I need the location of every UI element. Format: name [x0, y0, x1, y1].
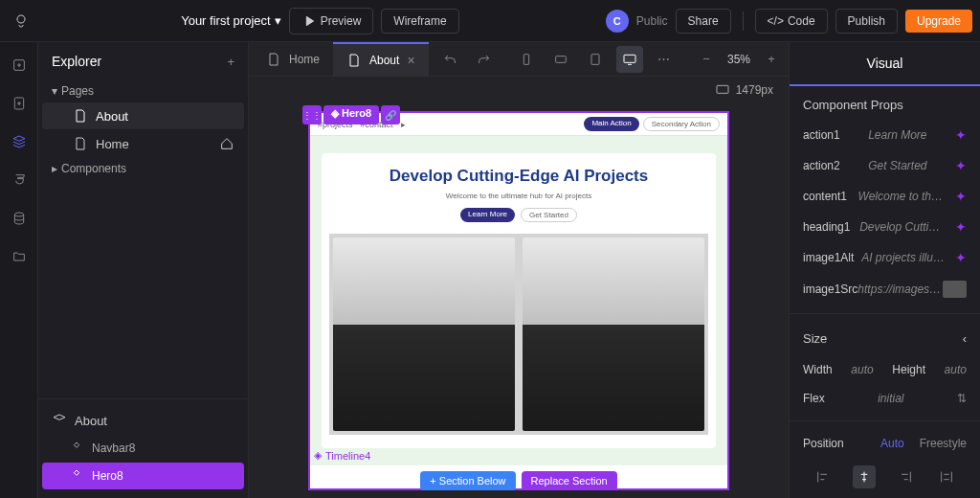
- position-tab-freestyle[interactable]: Freestyle: [920, 437, 967, 450]
- replace-section-button[interactable]: Replace Section: [522, 471, 617, 490]
- canvas-component[interactable]: ⋮⋮ ◈Hero8 🔗 #projects #contact ▸ Main Ac…: [308, 111, 729, 490]
- swap-icon[interactable]: ⇅: [957, 392, 967, 405]
- mobile-icon[interactable]: [513, 46, 540, 73]
- share-button[interactable]: Share: [676, 9, 731, 34]
- size-section-header[interactable]: Size‹: [790, 322, 980, 355]
- props-panel-title: Visual: [790, 42, 980, 86]
- home-icon: [219, 136, 234, 151]
- outline-item-navbar8[interactable]: Navbar8: [42, 435, 244, 462]
- close-icon[interactable]: ×: [407, 53, 414, 68]
- flex-label: Flex: [803, 392, 825, 405]
- tab-home[interactable]: Home: [253, 42, 333, 77]
- hero-title: Develop Cutting-Edge AI Projects: [329, 167, 708, 186]
- layers-icon: [52, 413, 67, 428]
- publish-button[interactable]: Publish: [835, 9, 898, 34]
- width-label: Width: [803, 363, 833, 376]
- align-right-icon[interactable]: [894, 465, 917, 488]
- width-value[interactable]: auto: [851, 363, 873, 376]
- prop-image1src[interactable]: image1Srchttps://images.…: [790, 273, 980, 306]
- more-icon[interactable]: ⋯: [651, 46, 678, 73]
- align-left-icon[interactable]: [812, 465, 835, 488]
- flex-value[interactable]: initial: [878, 392, 903, 405]
- prop-action1[interactable]: action1Learn More✦: [790, 120, 980, 150]
- database-icon[interactable]: [8, 207, 31, 230]
- code-button[interactable]: </>Code: [755, 9, 828, 34]
- desktop-icon: [715, 82, 730, 98]
- tablet-landscape-icon[interactable]: [547, 46, 574, 73]
- desktop-icon[interactable]: [616, 46, 643, 73]
- page-icon: [73, 136, 88, 151]
- hero-image: [329, 234, 708, 435]
- link-icon[interactable]: 🔗: [381, 105, 400, 124]
- page-item-home[interactable]: Home: [42, 130, 244, 157]
- sparkle-icon[interactable]: ✦: [955, 189, 967, 204]
- drag-handle-icon[interactable]: ⋮⋮: [302, 105, 322, 124]
- sparkle-icon[interactable]: ✦: [955, 158, 967, 173]
- sparkle-icon[interactable]: ✦: [955, 250, 967, 265]
- outline-header[interactable]: About: [42, 407, 244, 434]
- zoom-in-icon[interactable]: +: [758, 46, 785, 73]
- svg-rect-3: [523, 54, 528, 64]
- tab-about[interactable]: About ×: [333, 42, 429, 77]
- add-section-button[interactable]: + Section Below: [420, 471, 515, 490]
- learn-more-button[interactable]: Learn More: [460, 208, 515, 222]
- redo-icon[interactable]: [471, 46, 498, 73]
- visibility-label: Public: [636, 14, 668, 28]
- canvas-width: 1479px: [736, 83, 773, 97]
- height-label: Height: [892, 363, 925, 376]
- pages-group[interactable]: ▾Pages: [42, 80, 244, 102]
- svg-rect-4: [556, 56, 567, 62]
- folder-icon[interactable]: [8, 245, 31, 268]
- component-icon: [69, 468, 84, 484]
- position-tab-auto[interactable]: Auto: [880, 437, 904, 450]
- align-center-icon[interactable]: [853, 465, 876, 488]
- svg-rect-5: [591, 54, 599, 64]
- components-group[interactable]: ▸Components: [42, 158, 244, 179]
- wireframe-button[interactable]: Wireframe: [381, 9, 458, 34]
- chevron-left-icon: ‹: [963, 331, 967, 346]
- sparkle-icon[interactable]: ✦: [955, 127, 967, 143]
- app-logo-icon[interactable]: [8, 8, 34, 34]
- layers-icon[interactable]: [8, 130, 31, 153]
- css-icon[interactable]: [8, 169, 31, 192]
- height-value[interactable]: auto: [945, 363, 967, 376]
- component-icon: [69, 441, 84, 456]
- page-icon: [73, 108, 88, 124]
- outline-item-hero8[interactable]: Hero8: [42, 463, 244, 489]
- preview-button[interactable]: Preview: [289, 8, 374, 34]
- timeline-badge[interactable]: ◈Timeline4: [314, 449, 370, 462]
- project-name-dropdown[interactable]: Your first project▾: [181, 13, 280, 28]
- svg-rect-6: [624, 55, 635, 62]
- zoom-level: 35%: [727, 53, 750, 66]
- add-icon[interactable]: [8, 54, 31, 77]
- selection-badge[interactable]: ◈Hero8: [323, 105, 379, 124]
- position-label: Position: [803, 437, 844, 450]
- get-started-button[interactable]: Get Started: [521, 208, 577, 222]
- sparkle-icon[interactable]: ✦: [955, 219, 967, 235]
- page-icon: [346, 53, 362, 68]
- upgrade-button[interactable]: Upgrade: [905, 10, 972, 33]
- prop-action2[interactable]: action2Get Started✦: [790, 150, 980, 181]
- svg-point-2: [14, 213, 23, 216]
- hero-subtitle: Welcome to the ultimate hub for AI proje…: [329, 192, 708, 200]
- user-avatar[interactable]: C: [606, 10, 629, 33]
- svg-rect-7: [717, 85, 728, 93]
- prop-image1alt[interactable]: image1AltAI projects illust…✦: [790, 242, 980, 273]
- tablet-icon[interactable]: [582, 46, 609, 73]
- page-item-about[interactable]: About: [42, 102, 244, 129]
- zoom-out-icon[interactable]: −: [693, 46, 720, 73]
- prop-heading1[interactable]: heading1Develop Cuttin…✦: [790, 212, 980, 242]
- thumbnail-icon[interactable]: [943, 281, 967, 298]
- component-props-label: Component Props: [790, 86, 980, 120]
- add-explorer-icon[interactable]: +: [227, 55, 234, 69]
- explorer-title: Explorer: [52, 54, 101, 69]
- main-action-pill[interactable]: Main Action: [584, 117, 638, 131]
- align-justify-icon[interactable]: [935, 465, 958, 488]
- page-icon: [266, 52, 281, 67]
- undo-icon[interactable]: [436, 46, 463, 73]
- secondary-action-pill[interactable]: Secondary Action: [643, 117, 720, 131]
- add-page-icon[interactable]: [8, 92, 31, 115]
- prop-content1[interactable]: content1Welcome to the…✦: [790, 181, 980, 212]
